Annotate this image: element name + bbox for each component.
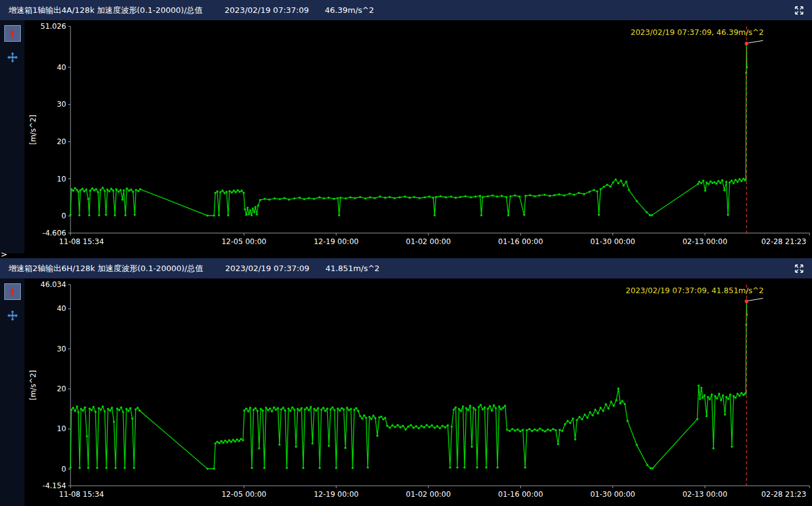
series-point — [480, 404, 482, 407]
series-point — [474, 408, 477, 411]
series-point — [718, 393, 721, 395]
series-point — [207, 467, 209, 470]
series-point — [723, 190, 726, 192]
series-point — [213, 215, 215, 217]
panel-2-header: 增速箱2轴输出6H/128k 加速度波形(0.1-20000)/总值 2023/… — [0, 258, 812, 278]
x-tick-label: 02-28 21:23 — [761, 237, 806, 246]
series-point — [732, 395, 735, 397]
series-point — [718, 180, 720, 182]
series-point — [711, 182, 714, 184]
series-point — [247, 410, 249, 413]
series-point — [721, 179, 724, 182]
series-point — [737, 181, 739, 183]
series-point — [343, 408, 345, 411]
series-point — [271, 410, 273, 413]
series-point — [509, 195, 512, 197]
series-point — [597, 412, 599, 415]
series-point — [126, 408, 128, 410]
series-point — [275, 408, 277, 411]
series-point — [583, 413, 586, 416]
series-point — [518, 196, 521, 198]
series-point — [370, 418, 373, 420]
series-point — [599, 407, 602, 409]
series-point — [697, 385, 700, 387]
series-point — [82, 410, 85, 412]
panel-1-timestamp: 2023/02/19 07:37:09 — [225, 6, 309, 15]
pan-button[interactable] — [6, 309, 19, 322]
x-tick-label: 01-30 00:00 — [590, 237, 635, 246]
series-point — [624, 403, 626, 405]
x-tick-label: 12-19 00:00 — [314, 490, 359, 499]
series-point — [249, 209, 252, 212]
panel-splitter[interactable]: > — [0, 253, 812, 258]
series-point — [715, 183, 718, 185]
series-point — [361, 418, 363, 420]
panel-1-fullscreen-button[interactable] — [794, 5, 805, 16]
series-point — [514, 194, 517, 197]
series-point — [313, 197, 316, 200]
series-point — [286, 467, 288, 469]
series-point — [700, 386, 703, 389]
x-tick-label: 02-13 00:00 — [683, 237, 727, 246]
series-point — [544, 194, 546, 196]
cursor-marker — [745, 299, 748, 303]
series-point — [333, 409, 336, 412]
series-point — [218, 214, 221, 217]
series-point — [504, 405, 506, 407]
series-point — [428, 196, 431, 198]
series-point — [539, 427, 541, 430]
series-point — [84, 406, 86, 408]
auto-scale-button[interactable] — [4, 25, 21, 42]
series-point — [509, 430, 511, 432]
series-point — [333, 197, 335, 200]
auto-scale-button[interactable] — [4, 283, 21, 300]
series-point — [300, 407, 303, 410]
series-point — [228, 439, 230, 442]
series-point — [104, 190, 106, 193]
series-point — [439, 195, 442, 197]
series-point — [230, 191, 233, 194]
series-point — [338, 214, 341, 217]
series-point — [696, 418, 699, 420]
series-point — [365, 197, 367, 200]
series-point — [357, 410, 360, 412]
series-point — [132, 191, 134, 193]
chart-plot-2[interactable]: 01020304046.034-4.154[m/s^2]11-08 15:341… — [25, 278, 812, 506]
series-point — [491, 194, 494, 197]
series-point — [707, 183, 710, 185]
series-point — [355, 407, 358, 410]
series-point — [128, 190, 131, 192]
series-point — [745, 324, 748, 326]
series-point — [593, 189, 595, 191]
series-point — [742, 178, 745, 180]
series-point — [591, 415, 594, 417]
series-point — [273, 197, 276, 200]
panel-1-header: 增速箱1轴输出4A/128k 加速度波形(0.1-20000)/总值 2023/… — [0, 0, 812, 20]
pan-button[interactable] — [6, 50, 19, 64]
series-point — [277, 407, 279, 410]
series-point — [336, 407, 339, 410]
series-point — [218, 442, 221, 445]
series-point — [321, 408, 323, 411]
series-point — [116, 407, 119, 410]
series-point — [98, 214, 101, 217]
panel-2-fullscreen-button[interactable] — [794, 263, 805, 274]
series-point — [447, 424, 449, 427]
series-point — [613, 405, 615, 407]
series-point — [241, 190, 243, 192]
series-point — [730, 180, 733, 182]
series-point — [552, 428, 555, 431]
series-point — [259, 199, 262, 201]
series-point — [120, 189, 122, 191]
series-point — [332, 406, 334, 408]
series-point — [480, 214, 483, 217]
panel-2-timestamp: 2023/02/19 07:37:09 — [225, 264, 309, 273]
series-point — [216, 441, 219, 443]
series-point — [465, 195, 467, 197]
series-point — [118, 191, 120, 193]
chart-plot-1[interactable]: 01020304051.026-4.606[m/s^2]11-08 15:341… — [25, 20, 812, 253]
chevron-right-icon[interactable]: > — [1, 250, 7, 258]
series-point — [450, 196, 452, 198]
series-point — [279, 198, 281, 201]
cursor-annotation: 2023/02/19 07:37:09, 46.39m/s^2 — [631, 28, 764, 37]
